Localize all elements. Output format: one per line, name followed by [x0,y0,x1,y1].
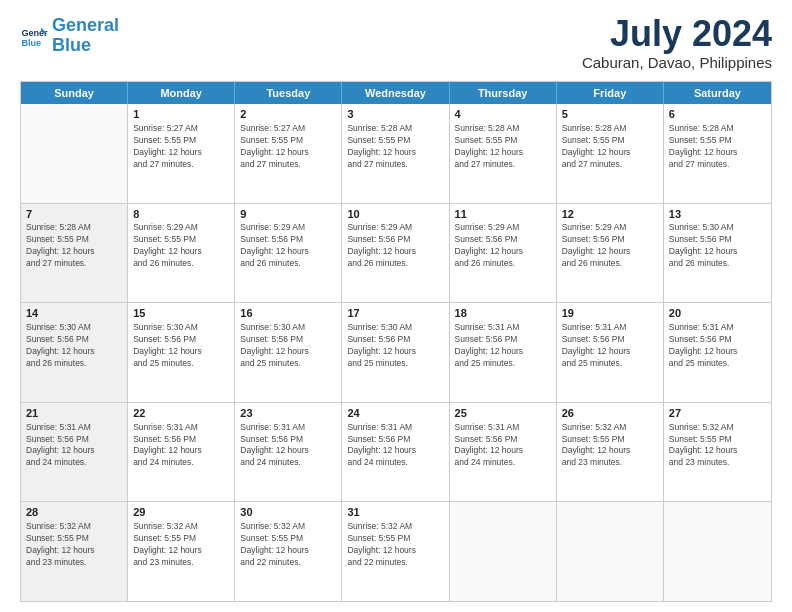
day-number: 14 [26,306,122,321]
calendar-cell: 9Sunrise: 5:29 AM Sunset: 5:56 PM Daylig… [235,204,342,303]
calendar-cell: 19Sunrise: 5:31 AM Sunset: 5:56 PM Dayli… [557,303,664,402]
calendar-cell: 26Sunrise: 5:32 AM Sunset: 5:55 PM Dayli… [557,403,664,502]
calendar-cell [450,502,557,601]
month-title: July 2024 [582,16,772,52]
day-info: Sunrise: 5:31 AM Sunset: 5:56 PM Dayligh… [133,422,229,470]
calendar-row-3: 21Sunrise: 5:31 AM Sunset: 5:56 PM Dayli… [21,403,771,503]
day-number: 28 [26,505,122,520]
calendar-cell: 20Sunrise: 5:31 AM Sunset: 5:56 PM Dayli… [664,303,771,402]
day-info: Sunrise: 5:30 AM Sunset: 5:56 PM Dayligh… [669,222,766,270]
calendar-cell: 25Sunrise: 5:31 AM Sunset: 5:56 PM Dayli… [450,403,557,502]
day-info: Sunrise: 5:30 AM Sunset: 5:56 PM Dayligh… [133,322,229,370]
day-number: 12 [562,207,658,222]
header: General Blue General Blue July 2024 Cabu… [20,16,772,71]
day-number: 30 [240,505,336,520]
header-cell-sunday: Sunday [21,82,128,104]
calendar-cell: 12Sunrise: 5:29 AM Sunset: 5:56 PM Dayli… [557,204,664,303]
calendar-cell: 3Sunrise: 5:28 AM Sunset: 5:55 PM Daylig… [342,104,449,203]
calendar-cell: 6Sunrise: 5:28 AM Sunset: 5:55 PM Daylig… [664,104,771,203]
calendar: SundayMondayTuesdayWednesdayThursdayFrid… [20,81,772,602]
day-number: 20 [669,306,766,321]
day-number: 16 [240,306,336,321]
day-number: 23 [240,406,336,421]
calendar-row-1: 7Sunrise: 5:28 AM Sunset: 5:55 PM Daylig… [21,204,771,304]
calendar-cell: 28Sunrise: 5:32 AM Sunset: 5:55 PM Dayli… [21,502,128,601]
day-number: 8 [133,207,229,222]
page: General Blue General Blue July 2024 Cabu… [0,0,792,612]
calendar-body: 1Sunrise: 5:27 AM Sunset: 5:55 PM Daylig… [21,104,771,601]
day-info: Sunrise: 5:30 AM Sunset: 5:56 PM Dayligh… [26,322,122,370]
day-info: Sunrise: 5:27 AM Sunset: 5:55 PM Dayligh… [133,123,229,171]
calendar-cell: 27Sunrise: 5:32 AM Sunset: 5:55 PM Dayli… [664,403,771,502]
day-number: 2 [240,107,336,122]
day-number: 31 [347,505,443,520]
day-info: Sunrise: 5:31 AM Sunset: 5:56 PM Dayligh… [669,322,766,370]
day-info: Sunrise: 5:29 AM Sunset: 5:56 PM Dayligh… [240,222,336,270]
day-info: Sunrise: 5:28 AM Sunset: 5:55 PM Dayligh… [669,123,766,171]
calendar-cell: 7Sunrise: 5:28 AM Sunset: 5:55 PM Daylig… [21,204,128,303]
calendar-cell: 14Sunrise: 5:30 AM Sunset: 5:56 PM Dayli… [21,303,128,402]
header-cell-monday: Monday [128,82,235,104]
day-number: 22 [133,406,229,421]
calendar-row-0: 1Sunrise: 5:27 AM Sunset: 5:55 PM Daylig… [21,104,771,204]
day-info: Sunrise: 5:32 AM Sunset: 5:55 PM Dayligh… [347,521,443,569]
header-cell-saturday: Saturday [664,82,771,104]
day-number: 27 [669,406,766,421]
day-number: 21 [26,406,122,421]
calendar-cell: 1Sunrise: 5:27 AM Sunset: 5:55 PM Daylig… [128,104,235,203]
calendar-cell [557,502,664,601]
day-number: 13 [669,207,766,222]
subtitle: Caburan, Davao, Philippines [582,54,772,71]
day-number: 4 [455,107,551,122]
day-number: 3 [347,107,443,122]
day-number: 9 [240,207,336,222]
day-number: 7 [26,207,122,222]
day-info: Sunrise: 5:31 AM Sunset: 5:56 PM Dayligh… [562,322,658,370]
calendar-cell: 4Sunrise: 5:28 AM Sunset: 5:55 PM Daylig… [450,104,557,203]
calendar-cell: 15Sunrise: 5:30 AM Sunset: 5:56 PM Dayli… [128,303,235,402]
day-info: Sunrise: 5:32 AM Sunset: 5:55 PM Dayligh… [562,422,658,470]
svg-text:Blue: Blue [21,38,41,48]
day-number: 29 [133,505,229,520]
logo-text: General Blue [52,16,119,56]
calendar-cell: 22Sunrise: 5:31 AM Sunset: 5:56 PM Dayli… [128,403,235,502]
day-info: Sunrise: 5:29 AM Sunset: 5:56 PM Dayligh… [455,222,551,270]
day-info: Sunrise: 5:29 AM Sunset: 5:55 PM Dayligh… [133,222,229,270]
day-info: Sunrise: 5:30 AM Sunset: 5:56 PM Dayligh… [347,322,443,370]
day-info: Sunrise: 5:29 AM Sunset: 5:56 PM Dayligh… [562,222,658,270]
calendar-cell [664,502,771,601]
day-info: Sunrise: 5:32 AM Sunset: 5:55 PM Dayligh… [240,521,336,569]
calendar-row-4: 28Sunrise: 5:32 AM Sunset: 5:55 PM Dayli… [21,502,771,601]
calendar-cell: 29Sunrise: 5:32 AM Sunset: 5:55 PM Dayli… [128,502,235,601]
day-number: 25 [455,406,551,421]
day-number: 15 [133,306,229,321]
calendar-cell: 18Sunrise: 5:31 AM Sunset: 5:56 PM Dayli… [450,303,557,402]
day-info: Sunrise: 5:31 AM Sunset: 5:56 PM Dayligh… [26,422,122,470]
day-number: 19 [562,306,658,321]
logo: General Blue General Blue [20,16,119,56]
calendar-cell: 30Sunrise: 5:32 AM Sunset: 5:55 PM Dayli… [235,502,342,601]
calendar-cell: 10Sunrise: 5:29 AM Sunset: 5:56 PM Dayli… [342,204,449,303]
day-number: 11 [455,207,551,222]
calendar-cell: 21Sunrise: 5:31 AM Sunset: 5:56 PM Dayli… [21,403,128,502]
day-info: Sunrise: 5:27 AM Sunset: 5:55 PM Dayligh… [240,123,336,171]
calendar-row-2: 14Sunrise: 5:30 AM Sunset: 5:56 PM Dayli… [21,303,771,403]
day-number: 6 [669,107,766,122]
calendar-cell: 24Sunrise: 5:31 AM Sunset: 5:56 PM Dayli… [342,403,449,502]
calendar-cell: 31Sunrise: 5:32 AM Sunset: 5:55 PM Dayli… [342,502,449,601]
day-info: Sunrise: 5:30 AM Sunset: 5:56 PM Dayligh… [240,322,336,370]
day-info: Sunrise: 5:31 AM Sunset: 5:56 PM Dayligh… [347,422,443,470]
calendar-cell [21,104,128,203]
day-info: Sunrise: 5:28 AM Sunset: 5:55 PM Dayligh… [347,123,443,171]
logo-line1: General [52,15,119,35]
calendar-header: SundayMondayTuesdayWednesdayThursdayFrid… [21,82,771,104]
day-number: 5 [562,107,658,122]
day-info: Sunrise: 5:29 AM Sunset: 5:56 PM Dayligh… [347,222,443,270]
day-number: 18 [455,306,551,321]
calendar-cell: 5Sunrise: 5:28 AM Sunset: 5:55 PM Daylig… [557,104,664,203]
day-info: Sunrise: 5:28 AM Sunset: 5:55 PM Dayligh… [562,123,658,171]
day-number: 1 [133,107,229,122]
calendar-cell: 11Sunrise: 5:29 AM Sunset: 5:56 PM Dayli… [450,204,557,303]
day-number: 24 [347,406,443,421]
day-info: Sunrise: 5:32 AM Sunset: 5:55 PM Dayligh… [26,521,122,569]
